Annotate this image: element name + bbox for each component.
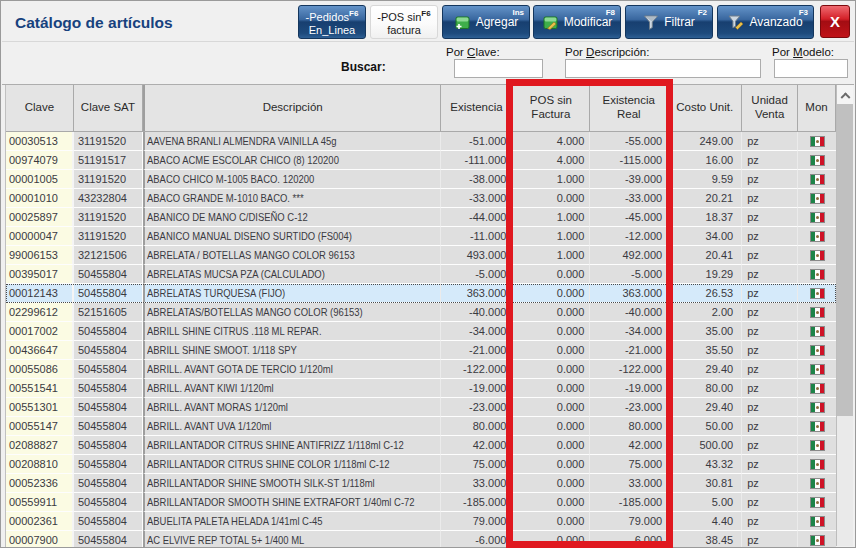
table-row[interactable]: 0039501750455804ABRELATAS MUCSA PZA (CAL… <box>6 265 836 284</box>
pedidos-en-linea-button[interactable]: -PedidosF6En_Linea <box>298 5 366 39</box>
cell-clave-sat: 50455804 <box>74 379 143 398</box>
table-row[interactable]: 0000004731191520ABANICO MANUAL DISENO SU… <box>6 227 836 246</box>
table-row[interactable]: 0003051331191520AAVENA BRANLI ALMENDRA V… <box>6 132 836 151</box>
por-descripcion-input[interactable] <box>565 59 761 78</box>
column-header-7[interactable]: Unidad Venta <box>742 85 798 131</box>
cell-existencia: 79.000 <box>441 512 512 531</box>
cell-clave-sat: 52151605 <box>74 303 143 322</box>
mexico-flag-icon <box>810 440 825 451</box>
cell-descripcion: ABRILL. AVANT GOTA DE TERCIO 1/120ml <box>143 360 442 379</box>
cell-clave-sat: 50455804 <box>74 265 143 284</box>
cell-existencia-real: 42.000 <box>590 436 668 455</box>
cell-pos-sin-factura: 0.000 <box>512 474 590 493</box>
column-header-1[interactable]: Clave SAT <box>74 85 143 131</box>
filtrar-button[interactable]: Filtrar F2 <box>625 5 713 39</box>
cell-costo-unit: 29.40 <box>668 360 742 379</box>
column-header-4[interactable]: POS sin Factura <box>512 85 590 131</box>
cell-clave-sat: 50455804 <box>74 360 143 379</box>
cell-costo-unit: 50.00 <box>668 417 742 436</box>
cell-clave-sat: 50455804 <box>74 398 143 417</box>
cell-existencia-real: -19.000 <box>590 379 668 398</box>
table-row[interactable]: 0020881050455804ABRILLANTADOR CITRUS SHI… <box>6 455 836 474</box>
cell-existencia-real: -6.000 <box>590 531 668 547</box>
column-header-6[interactable]: Costo Unit. <box>668 85 742 131</box>
cell-existencia: -5.000 <box>441 265 512 284</box>
cell-existencia-real: -5.000 <box>590 265 668 284</box>
cell-clave-sat: 50455804 <box>74 341 143 360</box>
cell-clave: 00395017 <box>6 265 74 284</box>
cell-costo-unit: 5.00 <box>668 493 742 512</box>
vertical-scrollbar[interactable] <box>836 85 853 546</box>
column-header-0[interactable]: Clave <box>6 85 74 131</box>
avanzado-button[interactable]: Avanzado F3 <box>717 5 814 39</box>
table-row[interactable]: 0000236150455804ABUELITA PALETA HELADA 1… <box>6 512 836 531</box>
cell-clave-sat: 31191520 <box>74 208 143 227</box>
cell-costo-unit: 16.00 <box>668 151 742 170</box>
table-row[interactable]: 0000101043232804ABACO GRANDE M-1010 BACO… <box>6 189 836 208</box>
cell-clave: 00017002 <box>6 322 74 341</box>
table-row[interactable]: 0002589731191520ABANICO DE MANO C/DISEÑO… <box>6 208 836 227</box>
scroll-up-button[interactable] <box>837 85 853 104</box>
chevron-up-icon <box>840 92 850 102</box>
column-header-8[interactable]: Mon <box>798 85 836 131</box>
table-row[interactable]: 9900615332121506ABRELATA / BOTELLAS MANG… <box>6 246 836 265</box>
cell-unidad-venta: pz <box>742 151 798 170</box>
table-row[interactable]: 0229961252151605ABRELATAS/BOTELLAS MANGO… <box>6 303 836 322</box>
close-button[interactable]: X <box>820 5 850 38</box>
table-row[interactable]: 0000100531191520ABACO CHICO M-1005 BACO.… <box>6 170 836 189</box>
cell-existencia-real: -55.000 <box>590 132 668 151</box>
cell-unidad-venta: pz <box>742 322 798 341</box>
pos-sin-factura-button[interactable]: -POS sinF6factura <box>370 5 438 39</box>
table-row[interactable]: 0055991150455804ABRILLANTADOR SMOOTH SHI… <box>6 493 836 512</box>
column-header-3[interactable]: Existencia <box>441 85 512 131</box>
cell-existencia-real: -23.000 <box>590 398 668 417</box>
table-row[interactable]: 0005514750455804ABRILL. AVANT UVA 1/120m… <box>6 417 836 436</box>
table-row[interactable]: 0001700250455804ABRILL SHINE CITRUS .118… <box>6 322 836 341</box>
cell-moneda <box>798 132 836 151</box>
cell-moneda <box>798 284 836 303</box>
agregar-button[interactable]: Agregar Ins <box>442 5 530 39</box>
mexico-flag-icon <box>810 478 825 489</box>
cell-costo-unit: 30.81 <box>668 474 742 493</box>
cell-pos-sin-factura: 0.000 <box>512 303 590 322</box>
cell-clave-sat: 31191520 <box>74 227 143 246</box>
cell-existencia-real: 75.000 <box>590 455 668 474</box>
column-header-2[interactable]: Descripción <box>143 85 442 131</box>
table-row[interactable]: 0005233650455804ABRILLANTADOR SHINE SMOO… <box>6 474 836 493</box>
table-row[interactable]: 0055130150455804ABRILL. AVANT MORAS 1/12… <box>6 398 836 417</box>
table-row[interactable]: 0208882750455804ABRILLANTADOR CITRUS SHI… <box>6 436 836 455</box>
table-row[interactable]: 0000790050455804AC ELVIVE REP TOTAL 5+ 1… <box>6 531 836 547</box>
cell-pos-sin-factura: 4.000 <box>512 132 590 151</box>
table-row[interactable]: 0043664750455804ABRILL SHINE SMOOT. 1/11… <box>6 341 836 360</box>
table-row[interactable]: 0055154150455804ABRILL. AVANT KIWI 1/120… <box>6 379 836 398</box>
cell-existencia-real: -12.000 <box>590 227 668 246</box>
cell-moneda <box>798 455 836 474</box>
cell-clave-sat: 50455804 <box>74 493 143 512</box>
cell-pos-sin-factura: 0.000 <box>512 265 590 284</box>
scrollbar-thumb[interactable] <box>837 104 853 416</box>
mexico-flag-icon <box>810 421 825 432</box>
cell-costo-unit: 34.00 <box>668 227 742 246</box>
cell-descripcion: ABACO GRANDE M-1010 BACO. *** <box>143 189 442 208</box>
cell-clave-sat: 31191520 <box>74 170 143 189</box>
column-header-5[interactable]: Existencia Real <box>590 85 668 131</box>
table-row[interactable]: 0001214350455804ABRELATAS TURQUESA (FIJO… <box>6 284 836 303</box>
por-modelo-input[interactable] <box>774 59 848 78</box>
cell-clave: 00001010 <box>6 189 74 208</box>
cell-existencia: -38.000 <box>441 170 512 189</box>
cell-clave-sat: 51191517 <box>74 151 143 170</box>
cell-moneda <box>798 208 836 227</box>
cell-existencia: -111.000 <box>441 151 512 170</box>
table-row[interactable]: 0097407951191517ABACO ACME ESCOLAR CHICO… <box>6 151 836 170</box>
modificar-button[interactable]: Modificar F8 <box>533 5 621 39</box>
cell-pos-sin-factura: 4.000 <box>512 151 590 170</box>
por-clave-input[interactable] <box>454 59 543 78</box>
cell-unidad-venta: pz <box>742 284 798 303</box>
cell-descripcion: ABRELATAS/BOTELLAS MANGO COLOR (96153) <box>143 303 442 322</box>
mexico-flag-icon <box>810 136 825 147</box>
cell-unidad-venta: pz <box>742 531 798 547</box>
table-row[interactable]: 0005508650455804ABRILL. AVANT GOTA DE TE… <box>6 360 836 379</box>
funnel-pencil-icon <box>728 14 744 30</box>
cell-costo-unit: 80.00 <box>668 379 742 398</box>
cell-descripcion: ABRILL SHINE SMOOT. 1/118 SPY <box>143 341 442 360</box>
